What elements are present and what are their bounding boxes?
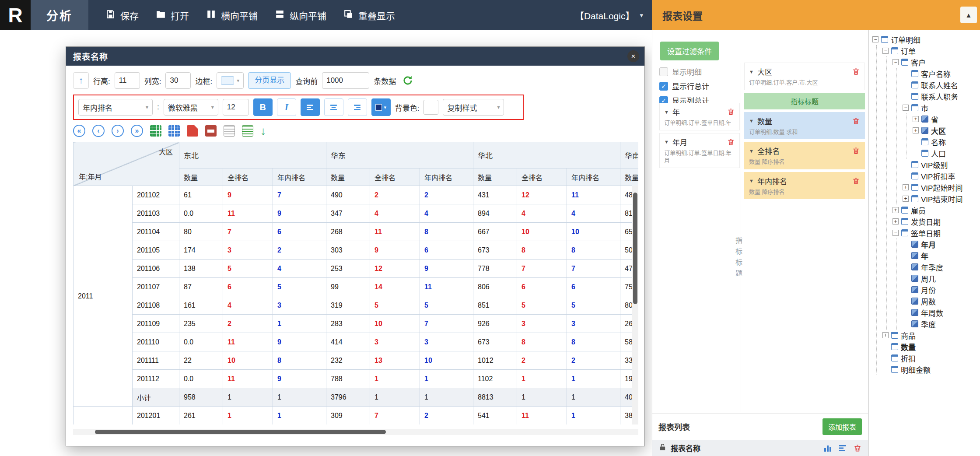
measure-header[interactable]: 数量: [326, 168, 370, 186]
data-cell[interactable]: 414: [326, 333, 370, 351]
data-cell[interactable]: 4: [420, 204, 473, 223]
tree-item[interactable]: 季度: [903, 318, 980, 330]
tile-horizontal-button[interactable]: 横向平铺: [206, 9, 258, 22]
data-cell[interactable]: 319: [326, 296, 370, 315]
row-header-cell[interactable]: 201106: [133, 260, 179, 278]
data-cell[interactable]: 11: [420, 278, 473, 296]
data-cell[interactable]: 235: [179, 315, 223, 333]
align-left-button[interactable]: [301, 98, 320, 116]
checkbox[interactable]: ✓: [659, 82, 668, 91]
row-header-cell[interactable]: 201111: [133, 351, 179, 370]
last-page-button[interactable]: »: [131, 125, 143, 137]
data-cell[interactable]: 806: [473, 278, 517, 296]
data-cell[interactable]: 926: [473, 315, 517, 333]
data-cell[interactable]: 9: [370, 241, 420, 260]
tree-item[interactable]: 明细金额: [882, 364, 980, 375]
field-card[interactable]: ▼大区订单明细.订单.客户.市.大区: [744, 63, 865, 90]
row-header-cell[interactable]: 201112: [133, 370, 179, 388]
copy-icon[interactable]: [224, 125, 235, 137]
data-cell[interactable]: 8: [567, 241, 620, 260]
data-cell[interactable]: 0.0: [179, 333, 223, 351]
col-width-input[interactable]: [165, 72, 191, 89]
collapse-icon[interactable]: −: [892, 230, 899, 236]
data-cell[interactable]: 11: [223, 204, 273, 223]
font-family-select[interactable]: 微软雅黑▾: [164, 99, 218, 116]
data-cell[interactable]: 1: [420, 388, 473, 407]
tree-item[interactable]: 年: [903, 250, 980, 261]
filter-button[interactable]: 设置过滤条件: [660, 42, 719, 60]
row-header-cell[interactable]: 201105: [133, 241, 179, 260]
overlap-button[interactable]: 重叠显示: [343, 9, 395, 22]
data-cell[interactable]: 11: [223, 370, 273, 388]
next-page-button[interactable]: ›: [112, 125, 124, 137]
data-cell[interactable]: 138: [179, 260, 223, 278]
data-cell[interactable]: 99: [326, 278, 370, 296]
field-card[interactable]: ▼年订单明细.订单.签单日期.年: [659, 103, 740, 130]
row-header-cell[interactable]: 201109: [133, 315, 179, 333]
tree-item[interactable]: 数量: [882, 341, 980, 352]
delete-icon[interactable]: [852, 177, 860, 185]
tree-item[interactable]: +省: [913, 113, 980, 125]
data-cell[interactable]: 778: [473, 260, 517, 278]
data-cell[interactable]: 958: [179, 388, 223, 407]
data-cell[interactable]: 8: [567, 333, 620, 351]
app-logo[interactable]: R: [0, 0, 31, 30]
bar-chart-icon[interactable]: [823, 444, 832, 452]
field-select[interactable]: 年内排名▾: [78, 99, 153, 116]
caret-down-icon[interactable]: ▼: [664, 139, 669, 144]
row-height-input[interactable]: [115, 72, 140, 89]
data-cell[interactable]: 894: [473, 204, 517, 223]
background-color-swatch[interactable]: [424, 100, 438, 115]
measure-header[interactable]: 数量: [473, 168, 517, 186]
data-cell[interactable]: 14: [370, 278, 420, 296]
data-cell[interactable]: 309: [326, 407, 370, 425]
data-cell[interactable]: 9: [420, 260, 473, 278]
tree-item[interactable]: −客户: [892, 56, 980, 68]
measure-header[interactable]: 全排名: [223, 168, 273, 186]
tree-item[interactable]: 周几: [903, 273, 980, 284]
field-card[interactable]: ▼年内排名数量 降序排名: [744, 172, 865, 200]
data-cell[interactable]: 7: [517, 260, 567, 278]
export-excel-icon[interactable]: [150, 125, 161, 137]
data-cell[interactable]: 1: [223, 407, 273, 425]
border-select[interactable]: ▾: [217, 72, 244, 89]
data-cell[interactable]: 10: [370, 315, 420, 333]
tree-item[interactable]: −市: [903, 102, 980, 113]
data-cell[interactable]: 2: [370, 186, 420, 204]
data-cell[interactable]: 6: [420, 241, 473, 260]
tree-item[interactable]: 名称: [913, 136, 980, 147]
delete-icon[interactable]: [852, 147, 860, 155]
data-cell[interactable]: 0.0: [179, 204, 223, 223]
tree-item[interactable]: 人口: [913, 147, 980, 159]
delete-icon[interactable]: [727, 108, 735, 116]
data-cell[interactable]: 1: [517, 370, 567, 388]
prev-page-button[interactable]: ‹: [92, 125, 105, 137]
checkbox-row[interactable]: ✓显示行总计: [659, 79, 709, 93]
data-cell[interactable]: 3796: [326, 388, 370, 407]
delete-icon[interactable]: [852, 117, 860, 125]
data-cell[interactable]: 541: [473, 407, 517, 425]
row-header-cell[interactable]: 201107: [133, 278, 179, 296]
year-cell[interactable]: [74, 407, 133, 425]
data-cell[interactable]: 1: [567, 370, 620, 388]
delete-icon[interactable]: [853, 444, 862, 452]
data-cell[interactable]: 5: [517, 296, 567, 315]
data-cell[interactable]: 8: [420, 223, 473, 241]
row-header-cell[interactable]: 201108: [133, 296, 179, 315]
data-cell[interactable]: 11: [567, 186, 620, 204]
data-cell[interactable]: 5: [273, 278, 326, 296]
vertical-scrollbar-thumb[interactable]: [633, 193, 637, 304]
data-cell[interactable]: 11: [223, 333, 273, 351]
data-cell[interactable]: 10: [420, 351, 473, 370]
data-cell[interactable]: 161: [179, 296, 223, 315]
row-header-cell[interactable]: 201110: [133, 333, 179, 351]
horizontal-scrollbar[interactable]: [73, 429, 638, 435]
collapse-panel-button[interactable]: ▲: [960, 7, 977, 23]
export-data-icon[interactable]: [242, 125, 253, 137]
paging-toggle-button[interactable]: 分页显示: [248, 72, 291, 89]
data-cell[interactable]: 3: [273, 296, 326, 315]
data-cell[interactable]: 1: [370, 388, 420, 407]
data-cell[interactable]: 4: [223, 296, 273, 315]
data-cell[interactable]: 0.0: [179, 370, 223, 388]
datasource-dropdown[interactable]: 【DataLogic】 ▾: [575, 9, 643, 22]
